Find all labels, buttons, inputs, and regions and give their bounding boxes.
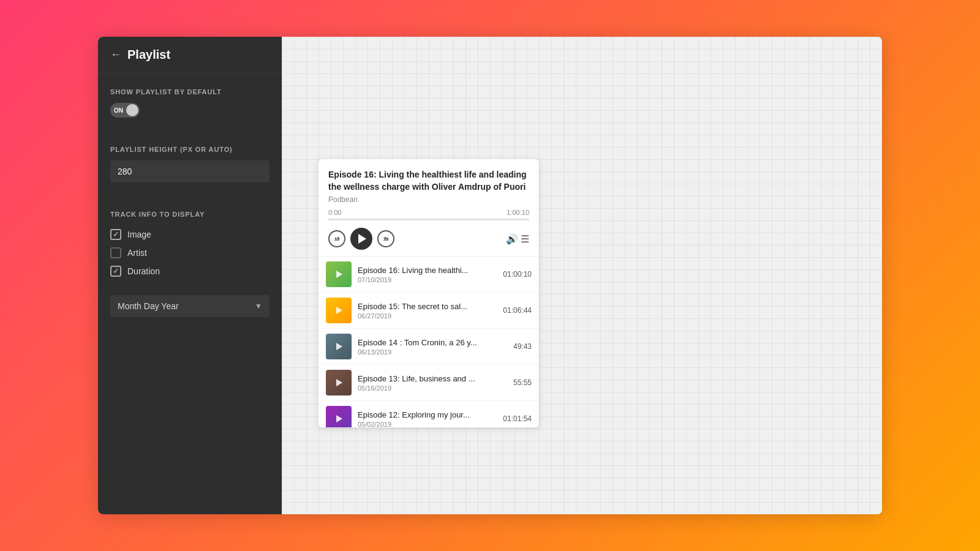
checkbox-artist[interactable] <box>110 247 121 258</box>
track-info-label: TRACK INFO TO DISPLAY <box>110 211 270 218</box>
playlist-ep-duration-1: 01:00:10 <box>503 270 532 279</box>
skip-back-seconds: 15 <box>334 236 340 242</box>
thumb-play-icon-2 <box>336 307 342 314</box>
playlist-ep-date-5: 05/02/2019 <box>358 421 497 428</box>
player-episode-title: Episode 16: Living the healthiest life a… <box>328 169 529 193</box>
thumb-play-overlay-5 <box>326 406 352 427</box>
show-playlist-label: SHOW PLAYLIST BY DEFAULT <box>110 88 270 96</box>
playlist-ep-date-2: 06/27/2019 <box>358 312 497 320</box>
playlist-thumb-2 <box>326 298 352 323</box>
playlist-ep-duration-3: 49:43 <box>513 342 532 351</box>
playlist-height-section: PLAYLIST HEIGHT (PX OR AUTO) <box>98 131 282 182</box>
skip-fwd-seconds: 15 <box>383 236 389 242</box>
playlist-info-4: Episode 13: Life, business and ... 05/16… <box>358 374 507 392</box>
thumb-play-overlay-3 <box>326 334 352 359</box>
main-container: ← Playlist SHOW PLAYLIST BY DEFAULT ON P… <box>98 37 882 514</box>
playlist-ep-duration-2: 01:06:44 <box>503 306 532 315</box>
toggle-thumb <box>126 104 138 116</box>
playlist-ep-duration-4: 55:55 <box>513 378 532 387</box>
checkbox-artist-label: Artist <box>127 248 147 258</box>
player-time-row: 0:00 1:00:10 <box>328 209 529 216</box>
thumb-play-icon-4 <box>336 379 342 386</box>
show-playlist-toggle[interactable]: ON <box>110 103 140 118</box>
playlist-ep-title-4: Episode 13: Life, business and ... <box>358 374 507 383</box>
date-format-wrapper: Month Day Year Day Month Year Year Month… <box>110 295 270 317</box>
playlist-item[interactable]: Episode 15: The secret to sal... 06/27/2… <box>318 293 539 329</box>
sidebar-title: Playlist <box>127 48 170 62</box>
playlist-ep-title-1: Episode 16: Living the healthi... <box>358 266 497 275</box>
checkbox-image-label: Image <box>127 230 151 239</box>
checkbox-image[interactable]: ✓ <box>110 229 121 240</box>
player-progress-area: 0:00 1:00:10 <box>318 209 539 225</box>
playlist-item[interactable]: Episode 13: Life, business and ... 05/16… <box>318 365 539 401</box>
checkbox-artist-row: Artist <box>110 244 270 262</box>
playlist-ep-title-2: Episode 15: The secret to sal... <box>358 302 497 311</box>
playlist-ep-date-3: 06/13/2019 <box>358 348 507 356</box>
playlist-toggle-button[interactable]: ☰ <box>521 233 529 245</box>
volume-button[interactable]: 🔊 <box>506 233 518 245</box>
date-format-select[interactable]: Month Day Year Day Month Year Year Month… <box>110 295 270 317</box>
playlist-height-label: PLAYLIST HEIGHT (PX OR AUTO) <box>110 146 270 153</box>
toggle-row: ON <box>110 103 270 118</box>
skip-fwd-button[interactable]: ↻ 15 <box>377 230 394 247</box>
check-icon-image: ✓ <box>113 230 119 239</box>
play-icon <box>358 234 366 244</box>
skip-back-button[interactable]: ↺ 15 <box>328 230 345 247</box>
list-icon: ☰ <box>521 233 529 245</box>
content-area: Episode 16: Living the healthiest life a… <box>282 37 882 514</box>
playlist-item[interactable]: Episode 14 : Tom Cronin, a 26 y... 06/13… <box>318 329 539 365</box>
track-info-section: TRACK INFO TO DISPLAY ✓ Image Artist ✓ D… <box>98 196 282 280</box>
playlist-ep-date-4: 05/16/2019 <box>358 384 507 392</box>
player-podcast-name: Podbean <box>328 195 529 204</box>
toggle-on-label: ON <box>114 107 123 114</box>
playlist-thumb-5 <box>326 406 352 427</box>
playlist-thumb-4 <box>326 370 352 395</box>
show-playlist-section: SHOW PLAYLIST BY DEFAULT ON <box>98 73 282 118</box>
player-episode-info: Episode 16: Living the healthiest life a… <box>318 159 539 209</box>
thumb-play-overlay-4 <box>326 370 352 395</box>
thumb-play-icon-5 <box>336 415 342 422</box>
playlist-thumb-3 <box>326 334 352 359</box>
player-widget: Episode 16: Living the healthiest life a… <box>318 159 539 427</box>
player-controls: ↺ 15 ↻ 15 🔊 ☰ <box>318 225 539 256</box>
playlist-info-2: Episode 15: The secret to sal... 06/27/2… <box>358 302 497 320</box>
checkbox-duration[interactable]: ✓ <box>110 266 121 277</box>
thumb-play-icon-3 <box>336 343 342 350</box>
thumb-play-overlay-1 <box>326 261 352 287</box>
sidebar-header: ← Playlist <box>98 37 282 73</box>
checkbox-image-row: ✓ Image <box>110 225 270 244</box>
back-icon[interactable]: ← <box>110 48 121 61</box>
sidebar: ← Playlist SHOW PLAYLIST BY DEFAULT ON P… <box>98 37 282 514</box>
playlist-item[interactable]: Episode 16: Living the healthi... 07/10/… <box>318 257 539 293</box>
playlist-info-1: Episode 16: Living the healthi... 07/10/… <box>358 266 497 283</box>
player-progress-bar[interactable] <box>328 219 529 220</box>
play-button[interactable] <box>350 228 372 250</box>
check-icon-duration: ✓ <box>113 267 119 276</box>
playlist-area: Episode 16: Living the healthi... 07/10/… <box>318 256 539 427</box>
player-current-time: 0:00 <box>328 209 341 216</box>
player-total-time: 1:00:10 <box>507 209 529 216</box>
playlist-ep-title-3: Episode 14 : Tom Cronin, a 26 y... <box>358 338 507 347</box>
playlist-ep-title-5: Episode 12: Exploring my jour... <box>358 410 497 419</box>
checkbox-duration-row: ✓ Duration <box>110 262 270 280</box>
playlist-ep-date-1: 07/10/2019 <box>358 276 497 283</box>
playlist-item[interactable]: Episode 12: Exploring my jour... 05/02/2… <box>318 401 539 427</box>
thumb-play-icon-1 <box>336 271 342 278</box>
playlist-ep-duration-5: 01:01:54 <box>503 414 532 423</box>
thumb-play-overlay-2 <box>326 298 352 323</box>
playlist-info-3: Episode 14 : Tom Cronin, a 26 y... 06/13… <box>358 338 507 356</box>
checkbox-duration-label: Duration <box>127 266 160 276</box>
playlist-info-5: Episode 12: Exploring my jour... 05/02/2… <box>358 410 497 428</box>
playlist-height-input[interactable] <box>110 160 270 182</box>
date-format-section: Month Day Year Day Month Year Year Month… <box>110 295 270 317</box>
playlist-thumb-1 <box>326 261 352 287</box>
volume-icon: 🔊 <box>506 233 518 245</box>
